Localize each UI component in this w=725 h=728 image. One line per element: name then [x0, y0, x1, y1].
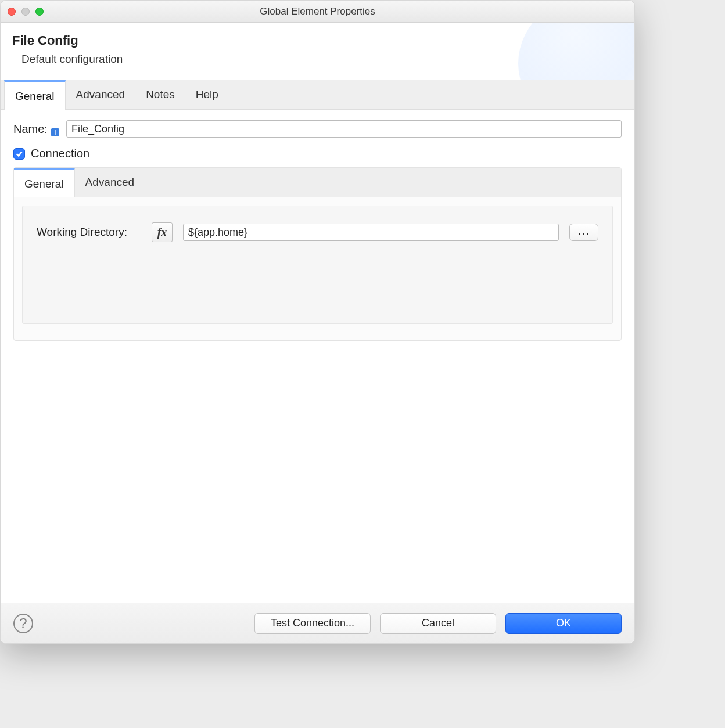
dialog-header: File Config Default configuration	[1, 23, 634, 80]
help-icon[interactable]: ?	[13, 614, 33, 633]
tab-general[interactable]: General	[4, 80, 66, 110]
header-decoration	[518, 23, 634, 80]
connection-label: Connection	[31, 147, 89, 160]
name-row: Name: i	[13, 120, 622, 138]
cancel-button[interactable]: Cancel	[380, 613, 496, 634]
close-window-button[interactable]	[8, 8, 16, 16]
window-title: Global Element Properties	[1, 6, 634, 17]
fx-expression-button[interactable]: fx	[152, 222, 173, 242]
tab-advanced[interactable]: Advanced	[66, 80, 136, 109]
top-tab-bar: General Advanced Notes Help	[1, 80, 634, 110]
working-directory-input[interactable]	[183, 224, 559, 241]
connection-panel: General Advanced Working Directory: fx .…	[13, 167, 622, 341]
connection-general-body: Working Directory: fx ...	[22, 206, 613, 324]
zoom-window-button[interactable]	[35, 8, 44, 16]
connection-checkbox[interactable]	[13, 148, 25, 160]
titlebar: Global Element Properties	[1, 1, 634, 23]
test-connection-button[interactable]: Test Connection...	[254, 613, 371, 634]
dialog-footer: ? Test Connection... Cancel OK	[1, 603, 634, 643]
connection-tab-advanced[interactable]: Advanced	[75, 168, 145, 197]
browse-button[interactable]: ...	[569, 224, 598, 241]
name-input[interactable]	[66, 120, 622, 138]
connection-toggle-row: Connection	[13, 147, 622, 160]
window-controls	[8, 8, 44, 16]
working-directory-label: Working Directory:	[37, 226, 141, 239]
dialog-window: Global Element Properties File Config De…	[0, 0, 635, 644]
connection-tab-general[interactable]: General	[14, 168, 75, 197]
tab-notes[interactable]: Notes	[135, 80, 185, 109]
name-label: Name:	[13, 122, 48, 136]
info-icon: i	[51, 128, 59, 136]
tab-content: Name: i Connection General Advanced Work…	[1, 110, 634, 603]
connection-tab-bar: General Advanced	[14, 168, 621, 197]
minimize-window-button[interactable]	[21, 8, 30, 16]
ok-button[interactable]: OK	[505, 613, 622, 634]
tab-help[interactable]: Help	[185, 80, 229, 109]
working-directory-row: Working Directory: fx ...	[37, 222, 598, 242]
